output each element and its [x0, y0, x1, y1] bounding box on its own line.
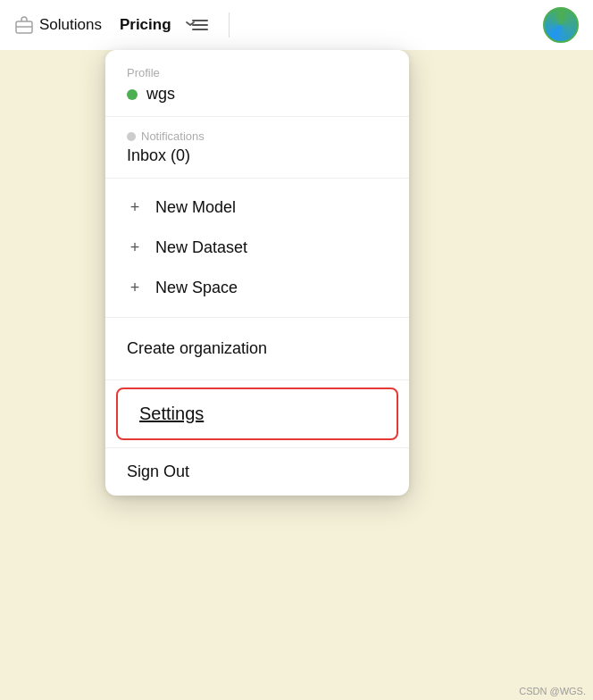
profile-username: wgs — [146, 85, 175, 104]
plus-icon: + — [127, 279, 143, 297]
new-dataset-item[interactable]: + New Dataset — [105, 228, 409, 268]
profile-section: Profile wgs — [105, 50, 409, 116]
nav-pricing-link[interactable]: Pricing — [120, 16, 171, 34]
notifications-dot — [127, 132, 136, 141]
notifications-section: Notifications Inbox (0) — [105, 116, 409, 178]
plus-icon: + — [127, 238, 143, 257]
profile-label: Profile — [127, 66, 388, 79]
nav-avatar[interactable] — [543, 7, 579, 43]
signout-section: Sign Out — [105, 447, 409, 496]
new-model-item[interactable]: + New Model — [105, 188, 409, 228]
watermark: CSDN @WGS. — [519, 686, 586, 696]
new-space-item[interactable]: + New Space — [105, 268, 409, 308]
new-dataset-label: New Dataset — [155, 238, 247, 257]
settings-section: Settings — [105, 379, 409, 440]
dropdown-menu: Profile wgs Notifications Inbox (0) + Ne… — [105, 50, 409, 496]
profile-user-item[interactable]: wgs — [127, 85, 388, 104]
signout-label: Sign Out — [127, 462, 189, 481]
new-space-label: New Space — [155, 279, 238, 297]
nav-logo[interactable]: Solutions — [14, 15, 102, 35]
nav-hamburger-button[interactable] — [186, 16, 211, 34]
briefcase-icon — [14, 15, 34, 35]
inbox-item[interactable]: Inbox (0) — [127, 146, 388, 165]
create-org-label: Create organization — [127, 339, 267, 358]
actions-section: + New Model + New Dataset + New Space — [105, 178, 409, 317]
settings-label: Settings — [139, 404, 204, 424]
settings-item[interactable]: Settings — [116, 388, 398, 440]
org-section: Create organization — [105, 317, 409, 379]
create-org-item[interactable]: Create organization — [105, 327, 409, 371]
navbar: Solutions Pricing — [0, 0, 593, 50]
plus-icon: + — [127, 198, 143, 217]
notifications-label-text: Notifications — [141, 129, 205, 143]
hamburger-icon — [186, 16, 211, 34]
signout-item[interactable]: Sign Out — [105, 448, 409, 496]
nav-solutions-link[interactable]: Solutions — [39, 16, 102, 34]
notifications-label: Notifications — [127, 129, 388, 143]
new-model-label: New Model — [155, 198, 236, 217]
profile-status-dot — [127, 89, 138, 100]
nav-divider — [229, 12, 230, 38]
